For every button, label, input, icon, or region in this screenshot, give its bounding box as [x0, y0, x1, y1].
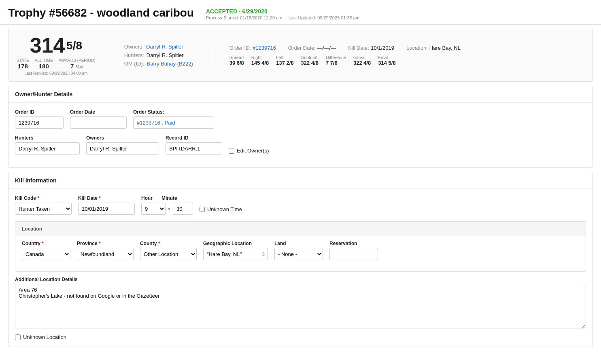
additional-location-group: Additional Location Details — [15, 277, 586, 328]
country-group: Country * Canada — [22, 241, 70, 260]
owner-link[interactable]: Darryl R. Spitler — [146, 44, 183, 50]
location-sub-header: Location — [15, 221, 586, 236]
kill-date-input[interactable] — [78, 203, 135, 215]
province-select[interactable]: Newfoundland — [77, 248, 134, 260]
owner-hunter-header: Owner/Hunter Details — [8, 86, 593, 103]
province-label: Province * — [77, 241, 134, 246]
geo-location-group: Geographic Location ⊙ — [203, 241, 268, 260]
unknown-time-label: Unknown Time — [207, 206, 242, 212]
score-stats: STATE 178 ALL-TIME 180 AWARDS (PERIOD) 7… — [17, 58, 96, 70]
order-row-1: Order ID Order Date Order Status: — [15, 109, 586, 129]
order-status-group: Order Status: — [133, 109, 214, 129]
owners-label: Owners — [86, 135, 159, 141]
land-group: Land - None - — [274, 241, 323, 260]
score-display: 314 5/8 — [30, 35, 82, 56]
spread-meas: Spread 39 6/8 — [229, 55, 244, 66]
score-whole: 314 — [30, 34, 65, 57]
location-fields: Country * Canada Province * — [15, 236, 586, 271]
province-group: Province * Newfoundland — [77, 241, 134, 260]
location-value: Hare Bay, NL — [429, 45, 461, 51]
gross-meas: Gross 322 4/8 — [353, 55, 371, 66]
owners-input[interactable] — [86, 142, 159, 154]
final-meas: Final 314 5/8 — [378, 55, 395, 66]
kill-code-label: Kill Code * — [15, 195, 72, 201]
order-row-2: Hunters Owners Record ID Edit Owner(s) — [15, 135, 586, 154]
edit-owners-label: Edit Owner(s) — [237, 148, 269, 154]
order-id-link[interactable]: #1239716 — [253, 45, 276, 51]
hunters-value: Darryl R. Spitler — [147, 52, 184, 58]
kill-info-header: Kill Information — [8, 172, 593, 189]
hunters-label: Hunters — [15, 135, 80, 141]
accepted-status: ACCEPTED - 6/29/2020 — [206, 8, 359, 15]
unknown-location-checkbox[interactable] — [15, 334, 21, 340]
left-meas: Left 137 2/8 — [276, 55, 293, 66]
right-meas: Right 145 4/8 — [251, 55, 269, 66]
score-main: 314 5/8 STATE 178 ALL-TIME 180 AWARDS (P… — [17, 35, 108, 76]
land-label: Land — [274, 241, 323, 246]
geo-location-input[interactable] — [203, 248, 268, 260]
unknown-location-row: Unknown Location — [15, 334, 586, 340]
hunters-input[interactable] — [15, 142, 80, 154]
unknown-time-wrap: Unknown Time — [200, 206, 242, 214]
score-card: 314 5/8 STATE 178 ALL-TIME 180 AWARDS (P… — [8, 29, 593, 82]
hunters-group: Hunters — [15, 135, 80, 154]
kill-date-meta: Kill Date: 10/1/2019 — [348, 45, 394, 51]
record-id-label: Record ID — [166, 135, 222, 141]
land-select[interactable]: - None - — [274, 248, 323, 260]
kill-row-1: Kill Code * Hunter Taken Kill Date * Hou… — [15, 195, 586, 215]
order-id-group: Order ID — [15, 109, 64, 129]
county-select[interactable]: Other Location — [140, 248, 197, 260]
status-block: ACCEPTED - 6/29/2020 Process Started: 01… — [206, 6, 359, 20]
owner-hunter-body: Order ID Order Date Order Status: Hunter… — [8, 103, 593, 167]
kill-date-value: 10/1/2019 — [371, 45, 394, 51]
record-id-input[interactable] — [166, 142, 222, 154]
om-link[interactable]: Barry Buhay (B222) — [147, 61, 193, 67]
unknown-time-checkbox[interactable] — [200, 207, 205, 212]
minute-input[interactable] — [173, 203, 193, 215]
order-date-group: Order Date — [70, 109, 127, 129]
reservation-input[interactable] — [329, 248, 378, 260]
measurements-row: Spread 39 6/8 Right 145 4/8 Left 137 2/8… — [229, 55, 584, 66]
country-label: Country * — [22, 241, 70, 246]
location-subsection: Location Country * Canada — [15, 221, 586, 272]
score-fraction: 5/8 — [66, 39, 82, 52]
alltime-stat: ALL-TIME 180 — [35, 58, 53, 70]
location-meta: Location: Hare Bay, NL — [406, 45, 461, 51]
order-date-label: Order Date — [70, 109, 127, 115]
om-row: OM (ID): Barry Buhay (B222) — [124, 61, 201, 67]
owners-row: Owners: Darryl R. Spitler — [124, 44, 201, 50]
hour-select[interactable]: 9 — [141, 203, 166, 215]
order-id-input[interactable] — [15, 116, 64, 129]
order-status-label: Order Status: — [133, 109, 214, 115]
kill-date-label: Kill Date * — [78, 195, 135, 201]
reservation-group: Reservation — [329, 241, 378, 260]
order-date-input[interactable] — [70, 116, 127, 129]
difference-meas: Difference 7 7/8 — [326, 55, 346, 66]
page-title: Trophy #56682 - woodland caribou — [8, 6, 194, 19]
owner-hunter-section: Owner/Hunter Details Order ID Order Date… — [8, 86, 593, 168]
order-meta-top: Order ID: #1239716 Order Date: —/—/— Kil… — [229, 45, 584, 51]
awards-stat: AWARDS (PERIOD) 7 31st — [59, 58, 96, 70]
country-select[interactable]: Canada — [22, 248, 70, 260]
page-header: Trophy #56682 - woodland caribou ACCEPTE… — [0, 0, 601, 25]
hunters-row: Hunters: Darryl R. Spitler — [124, 52, 201, 58]
kill-code-select[interactable]: Hunter Taken — [15, 203, 72, 215]
geo-location-label: Geographic Location — [203, 241, 268, 246]
order-date-meta: Order Date: —/—/— — [288, 45, 336, 51]
state-stat: STATE 178 — [17, 58, 29, 70]
kill-info-section: Kill Information Kill Code * Hunter Take… — [8, 172, 593, 347]
edit-owners-row: Edit Owner(s) — [229, 148, 269, 154]
order-date-value: —/—/— — [317, 45, 336, 51]
owner-info-block: Owners: Darryl R. Spitler Hunters: Darry… — [124, 44, 213, 67]
geo-search-icon[interactable]: ⊙ — [261, 251, 265, 257]
hour-minute-group: Hour Minute 9 ▼ — [141, 195, 193, 215]
order-meta-block: Order ID: #1239716 Order Date: —/—/— Kil… — [229, 45, 584, 66]
county-label: County * — [140, 241, 197, 246]
reservation-label: Reservation — [329, 241, 378, 246]
additional-location-label: Additional Location Details — [15, 277, 586, 282]
additional-location-textarea[interactable] — [15, 284, 586, 328]
location-row: Country * Canada Province * — [22, 241, 579, 260]
subtotal-meas: Subtotal 322 4/8 — [301, 55, 319, 66]
edit-owners-checkbox[interactable] — [229, 148, 234, 154]
order-status-input[interactable] — [133, 116, 214, 129]
